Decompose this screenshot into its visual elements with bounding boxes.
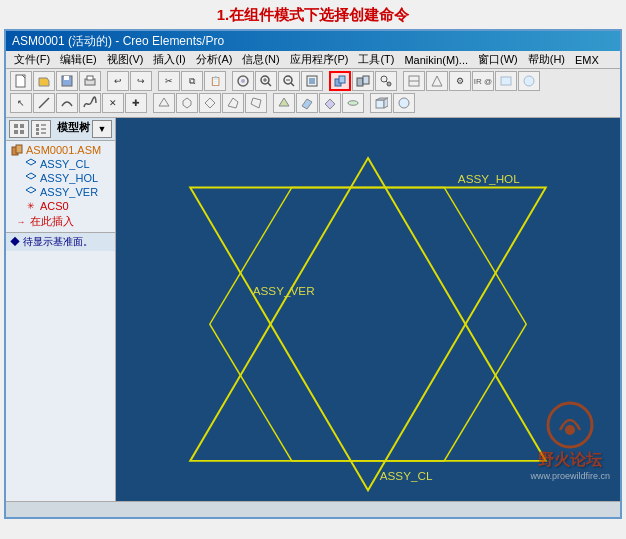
- tb2-3d2[interactable]: [393, 93, 415, 113]
- watermark-brand: 野火论坛: [538, 450, 602, 471]
- svg-marker-32: [302, 99, 312, 109]
- tb-redo[interactable]: ↪: [130, 71, 152, 91]
- svg-marker-31: [279, 98, 289, 106]
- svg-rect-37: [14, 124, 18, 128]
- tb-repaint[interactable]: [232, 71, 254, 91]
- plane-icon-hol: [24, 172, 38, 184]
- tb2-shape2[interactable]: [176, 93, 198, 113]
- svg-rect-33: [376, 100, 384, 108]
- toolbar-area: ↩ ↪ ✂ ⧉ 📋: [6, 69, 620, 118]
- menu-info[interactable]: 信息(N): [238, 51, 283, 68]
- menu-file[interactable]: 文件(F): [10, 51, 54, 68]
- page-title: 1.在组件模式下选择创建命令: [0, 0, 626, 29]
- svg-rect-15: [309, 78, 315, 84]
- menu-tools[interactable]: 工具(T): [354, 51, 398, 68]
- tb-print[interactable]: [79, 71, 101, 91]
- tb-assemble[interactable]: [352, 71, 374, 91]
- svg-text:ASSY_VER: ASSY_VER: [253, 284, 315, 297]
- menu-bar: 文件(F) 编辑(E) 视图(V) 插入(I) 分析(A) 信息(N) 应用程序…: [6, 51, 620, 69]
- svg-rect-26: [501, 77, 511, 85]
- svg-marker-50: [26, 173, 36, 179]
- tb-undo[interactable]: ↩: [107, 71, 129, 91]
- watermark-logo: [545, 400, 595, 450]
- tree-item-insert[interactable]: → 在此插入: [10, 213, 111, 230]
- svg-text:ASSY_HOL: ASSY_HOL: [458, 172, 520, 185]
- tb2-revolve[interactable]: [342, 93, 364, 113]
- tb2-shape3[interactable]: [199, 93, 221, 113]
- tree-item-acs0[interactable]: ✳ ACS0: [10, 199, 111, 213]
- tree-item-assy-cl[interactable]: ASSY_CL: [10, 157, 111, 171]
- svg-marker-25: [432, 76, 442, 86]
- tree-item-asm0001[interactable]: ASM0001.ASM: [10, 143, 111, 157]
- tb-paste[interactable]: 📋: [204, 71, 226, 91]
- tree-item-assy-hol[interactable]: ASSY_HOL: [10, 171, 111, 185]
- canvas-area[interactable]: ASSY_HOL ASSY_VER ASSY_CL 野火论坛 www.proew…: [116, 118, 620, 501]
- plane-icon-cl: [24, 158, 38, 170]
- axis-icon: ✳: [24, 200, 38, 212]
- menu-analysis[interactable]: 分析(A): [192, 51, 237, 68]
- tb2-arc[interactable]: [56, 93, 78, 113]
- tb2-extrude[interactable]: [319, 93, 341, 113]
- asm-icon: [10, 144, 24, 156]
- tb-create-component[interactable]: [329, 71, 351, 91]
- model-tree-label: 模型树: [57, 120, 90, 138]
- tb-ir[interactable]: IR @: [472, 71, 494, 91]
- tb2-3d1[interactable]: [370, 93, 392, 113]
- menu-window[interactable]: 窗口(W): [474, 51, 522, 68]
- tree-item-assy-ver[interactable]: ASSY_VER: [10, 185, 111, 199]
- tb2-line[interactable]: [33, 93, 55, 113]
- tb2-coord[interactable]: [273, 93, 295, 113]
- lp-menu[interactable]: ▼: [92, 120, 112, 138]
- lp-list[interactable]: [31, 120, 51, 138]
- tb-view2[interactable]: [426, 71, 448, 91]
- svg-rect-4: [87, 76, 93, 80]
- tb2-shape1[interactable]: [153, 93, 175, 113]
- svg-line-12: [291, 83, 294, 86]
- tb2-shape5[interactable]: [245, 93, 267, 113]
- tree-item-label: ACS0: [40, 200, 69, 212]
- tb-save[interactable]: [56, 71, 78, 91]
- svg-rect-39: [14, 130, 18, 134]
- svg-rect-18: [357, 78, 363, 86]
- tb-zoom-in[interactable]: [255, 71, 277, 91]
- tb2-select[interactable]: ↖: [10, 93, 32, 113]
- svg-marker-51: [26, 187, 36, 193]
- menu-view[interactable]: 视图(V): [103, 51, 148, 68]
- menu-help[interactable]: 帮助(H): [524, 51, 569, 68]
- tb-fit[interactable]: [301, 71, 323, 91]
- svg-rect-48: [16, 145, 22, 153]
- hint-bar: ◆ 待显示基准面。: [6, 232, 115, 251]
- tb-new[interactable]: [10, 71, 32, 91]
- title-bar: ASM0001 (活动的) - Creo Elements/Pro: [6, 31, 620, 51]
- menu-manikin[interactable]: Manikin(M)...: [400, 53, 472, 67]
- svg-marker-53: [190, 187, 546, 490]
- menu-emx[interactable]: EMX: [571, 53, 603, 67]
- tb2-x[interactable]: ✕: [102, 93, 124, 113]
- tb-cut[interactable]: ✂: [158, 71, 180, 91]
- tb2-shape4[interactable]: [222, 93, 244, 113]
- tb2-plane[interactable]: [296, 93, 318, 113]
- menu-edit[interactable]: 编辑(E): [56, 51, 101, 68]
- svg-rect-38: [20, 124, 24, 128]
- svg-point-27: [524, 76, 534, 86]
- svg-text:ASSY_CL: ASSY_CL: [380, 469, 433, 482]
- toolbar-row-1: ↩ ↪ ✂ ⧉ 📋: [10, 71, 616, 91]
- tb-drag[interactable]: [375, 71, 397, 91]
- tb-settings[interactable]: ⚙: [449, 71, 471, 91]
- menu-apps[interactable]: 应用程序(P): [286, 51, 353, 68]
- tb-view1[interactable]: [403, 71, 425, 91]
- lp-grid[interactable]: [9, 120, 29, 138]
- svg-rect-43: [36, 128, 39, 131]
- tb-open[interactable]: [33, 71, 55, 91]
- svg-rect-17: [339, 76, 345, 83]
- tb2-cross[interactable]: ✚: [125, 93, 147, 113]
- menu-insert[interactable]: 插入(I): [149, 51, 189, 68]
- tree-items: ASM0001.ASM ASSY_CL ASSY_HOL: [6, 141, 115, 232]
- tb-more1[interactable]: [495, 71, 517, 91]
- tb-copy[interactable]: ⧉: [181, 71, 203, 91]
- tb-more2[interactable]: [518, 71, 540, 91]
- tree-item-label: ASSY_VER: [40, 186, 98, 198]
- tb-zoom-out[interactable]: [278, 71, 300, 91]
- tb2-spline[interactable]: [79, 93, 101, 113]
- toolbar-row-2: ↖ ✕ ✚: [10, 93, 616, 113]
